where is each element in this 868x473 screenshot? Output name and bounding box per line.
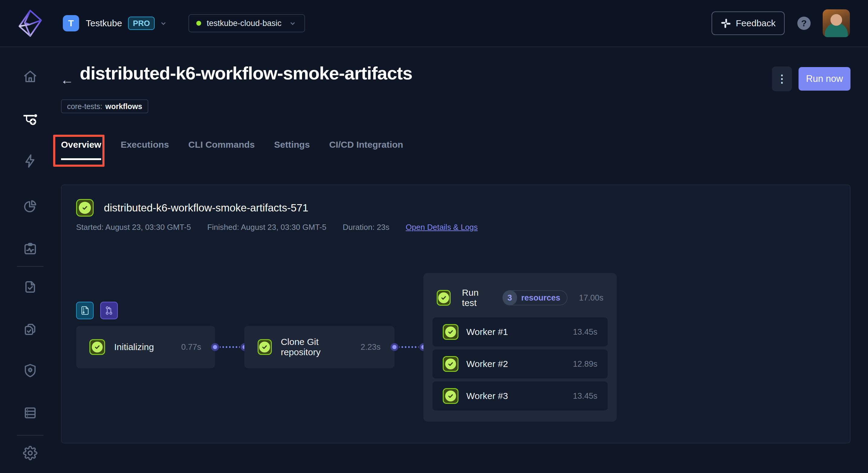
kebab-icon: ⋮ <box>776 72 787 85</box>
step-name: Initializing <box>114 342 154 352</box>
duration-label: Duration: 23s <box>343 223 390 232</box>
worker-duration: 13.45s <box>573 327 597 337</box>
lightning-icon <box>23 154 37 168</box>
env-name: testkube-cloud-basic <box>207 19 281 28</box>
resources-label: resources <box>521 293 560 303</box>
worker-name: Worker #1 <box>466 327 508 337</box>
sidebar-item-test-suites[interactable] <box>22 321 39 338</box>
topbar: T Testkube PRO testkube-cloud-basic Feed… <box>0 0 868 47</box>
resources-badge[interactable]: 3 resources <box>502 290 567 305</box>
status-passed-icon <box>258 339 272 355</box>
worker-row-1[interactable]: Worker #1 13.45s <box>433 317 608 346</box>
zip-file-icon <box>80 305 90 316</box>
page-title: distributed-k6-workflow-smoke-artifacts <box>80 63 412 84</box>
edge-connector <box>391 343 427 351</box>
step-duration: 2.23s <box>361 343 380 352</box>
env-status-dot <box>196 21 201 26</box>
server-stack-icon <box>23 406 37 420</box>
execution-name: distributed-k6-workflow-smoke-artifacts-… <box>104 202 308 214</box>
execution-meta: Started: August 23, 03:30 GMT-5 Finished… <box>76 223 478 232</box>
sidebar-item-sources[interactable] <box>22 404 39 421</box>
step-node-run-test[interactable]: Run test 3 resources 17.00s <box>437 289 603 307</box>
latest-execution-card: distributed-k6-workflow-smoke-artifacts-… <box>61 185 850 443</box>
slack-icon <box>721 18 731 28</box>
sidebar-item-test-workflows[interactable] <box>22 110 39 127</box>
worker-name: Worker #2 <box>466 359 508 369</box>
plan-badge: PRO <box>128 17 155 30</box>
chevron-down-icon <box>288 19 297 28</box>
status-passed-icon <box>443 324 459 340</box>
step-duration: 17.00s <box>579 293 603 303</box>
finished-label: Finished: August 23, 03:30 GMT-5 <box>207 223 327 232</box>
tab-bar: Overview Executions CLI Commands Setting… <box>61 139 403 160</box>
pie-chart-icon <box>23 199 37 214</box>
step-name: Run test <box>462 288 491 308</box>
back-button[interactable]: ← <box>59 72 75 88</box>
worker-row-2[interactable]: Worker #2 12.89s <box>433 349 608 378</box>
chevron-down-icon <box>159 19 168 28</box>
label-chip-key: core-tests: <box>67 102 102 111</box>
open-details-logs-link[interactable]: Open Details & Logs <box>406 223 477 232</box>
label-chip: core-tests: workflows <box>61 99 148 113</box>
more-actions-button[interactable]: ⋮ <box>772 66 792 91</box>
sidebar-item-insights[interactable] <box>22 198 39 215</box>
feedback-button[interactable]: Feedback <box>712 11 785 35</box>
step-group-run-test[interactable]: Run test 3 resources 17.00s Worker #1 13… <box>424 273 617 422</box>
step-node-initializing[interactable]: Initializing 0.77s <box>76 326 215 368</box>
gear-icon <box>23 446 37 460</box>
question-mark-icon: ? <box>801 18 807 28</box>
dotted-edge <box>399 346 418 348</box>
step-node-clone-git-repository[interactable]: Clone Git repository 2.23s <box>244 326 395 368</box>
label-chip-value: workflows <box>105 102 142 111</box>
started-label: Started: August 23, 03:30 GMT-5 <box>76 223 191 232</box>
status-passed-icon <box>76 199 94 217</box>
tab-cli-commands[interactable]: CLI Commands <box>188 139 255 160</box>
org-avatar: T <box>63 15 79 31</box>
sidebar-item-dashboard[interactable] <box>22 68 39 85</box>
environment-select[interactable]: testkube-cloud-basic <box>188 14 305 32</box>
worker-duration: 12.89s <box>573 359 597 369</box>
sidebar-item-tests[interactable] <box>22 279 39 295</box>
back-arrow-icon: ← <box>60 72 74 87</box>
org-switcher[interactable]: T Testkube PRO <box>63 15 168 31</box>
status-passed-icon <box>443 388 459 404</box>
tab-cicd-integration[interactable]: CI/CD Integration <box>329 139 403 160</box>
files-stack-check-icon <box>23 322 37 337</box>
clipboard-pulse-icon <box>23 242 37 256</box>
org-name: Testkube <box>86 18 122 28</box>
tab-settings[interactable]: Settings <box>274 139 310 160</box>
sidebar-item-monitors[interactable] <box>22 241 39 257</box>
step-name: Clone Git repository <box>281 337 351 357</box>
shield-gear-icon <box>23 364 37 378</box>
feedback-label: Feedback <box>736 18 776 28</box>
compare-executions-button[interactable] <box>100 302 118 319</box>
sidebar-divider <box>17 435 43 436</box>
sidebar-item-webhooks[interactable] <box>22 362 39 379</box>
sidebar-item-settings[interactable] <box>22 445 39 462</box>
worker-name: Worker #3 <box>466 391 508 401</box>
connector-endpoint <box>211 343 219 351</box>
user-avatar[interactable] <box>823 9 850 37</box>
help-button[interactable]: ? <box>797 17 811 30</box>
sidebar-item-triggers[interactable] <box>22 153 39 169</box>
status-passed-icon <box>437 290 451 306</box>
step-duration: 0.77s <box>181 343 201 352</box>
edge-connector <box>211 343 249 351</box>
status-passed-icon <box>443 356 459 372</box>
dotted-edge <box>220 346 240 348</box>
sidebar-divider <box>17 266 43 267</box>
run-now-button[interactable]: Run now <box>799 67 850 91</box>
file-check-icon <box>23 280 37 294</box>
git-compare-icon <box>103 305 115 316</box>
worker-duration: 13.45s <box>573 391 597 401</box>
tab-executions[interactable]: Executions <box>121 139 169 160</box>
tab-overview[interactable]: Overview <box>61 139 101 160</box>
resources-count: 3 <box>502 290 517 305</box>
testkube-logo-icon[interactable] <box>18 9 43 38</box>
artifacts-archive-button[interactable] <box>76 302 94 319</box>
test-workflow-add-icon <box>23 112 37 126</box>
status-passed-icon <box>89 339 105 355</box>
worker-row-3[interactable]: Worker #3 13.45s <box>433 381 608 410</box>
connector-endpoint <box>391 343 398 351</box>
home-icon <box>23 69 37 84</box>
